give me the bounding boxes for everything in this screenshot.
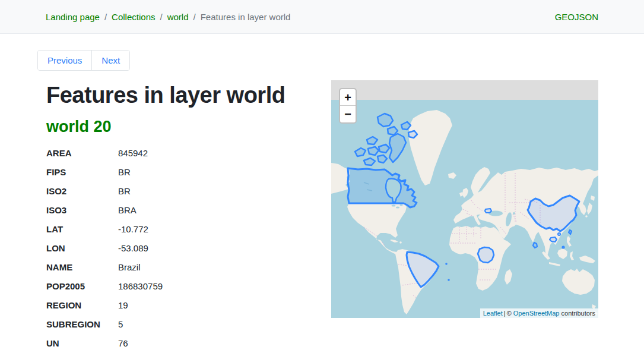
breadcrumb-link-world[interactable]: world: [167, 12, 189, 22]
breadcrumb: Landing page / Collections / world / Fea…: [46, 12, 290, 22]
property-key: UN: [46, 338, 118, 348]
property-value: 186830759: [118, 281, 331, 291]
property-key: ISO3: [46, 205, 118, 215]
property-key: ISO2: [46, 186, 118, 196]
feature-dr-congo: [478, 247, 494, 263]
property-key: NAME: [46, 262, 118, 272]
property-value: BR: [118, 167, 331, 177]
breadcrumb-separator: /: [189, 12, 201, 22]
table-row: NAME Brazil: [46, 258, 331, 277]
feature-id-link[interactable]: world 20: [46, 118, 112, 136]
page-title: Features in layer world: [46, 84, 331, 108]
zoom-out-button[interactable]: −: [340, 106, 356, 122]
previous-button[interactable]: Previous: [38, 51, 91, 70]
feature-properties-table: AREA 845942 FIPS BR ISO2 BR ISO3 BRA LAT: [46, 144, 331, 353]
property-value: BRA: [118, 205, 331, 215]
property-key: SUBREGION: [46, 319, 118, 329]
property-key: REGION: [46, 300, 118, 310]
property-value: -53.089: [118, 243, 331, 253]
feature-bulgaria: [485, 209, 491, 213]
breadcrumb-link-landing-page[interactable]: Landing page: [46, 12, 100, 22]
openstreetmap-link[interactable]: OpenStreetMap: [513, 310, 560, 317]
feature-brunei: [563, 247, 564, 248]
breadcrumb-bar: Landing page / Collections / world / Fea…: [0, 0, 644, 34]
leaflet-link[interactable]: Leaflet: [483, 310, 503, 317]
table-row: SUBREGION 5: [46, 315, 331, 334]
table-row: ISO2 BR: [46, 182, 331, 201]
feature-taiwan: [569, 230, 572, 234]
table-row: LAT -10.772: [46, 220, 331, 239]
property-value: 19: [118, 300, 331, 310]
feature-brazil-island: [446, 263, 447, 264]
map-attribution: Leaflet|© OpenStreetMap contributors: [480, 308, 598, 318]
feature-china-hainan: [558, 233, 560, 235]
table-row: REGION 19: [46, 296, 331, 315]
property-key: POP2005: [46, 281, 118, 291]
next-button[interactable]: Next: [91, 51, 129, 70]
property-key: FIPS: [46, 167, 118, 177]
feature-details: Features in layer world world 20 AREA 84…: [37, 71, 331, 353]
copyright-symbol: ©: [507, 310, 512, 317]
breadcrumb-separator: /: [155, 12, 167, 22]
world-map[interactable]: [331, 80, 598, 318]
breadcrumb-current-page: Features in layer world: [201, 12, 291, 22]
table-row: POP2005 186830759: [46, 277, 331, 296]
table-row: FIPS BR: [46, 163, 331, 182]
table-row: LON -53.089: [46, 239, 331, 258]
property-key: LAT: [46, 224, 118, 234]
contributors-label: contributors: [561, 310, 595, 317]
breadcrumb-link-collections[interactable]: Collections: [112, 12, 155, 22]
property-key: LON: [46, 243, 118, 253]
attribution-divider: |: [503, 310, 507, 317]
pagination: Previous Next: [37, 50, 130, 71]
table-row: ISO3 BRA: [46, 201, 331, 220]
geojson-format-link[interactable]: GEOJSON: [555, 12, 598, 22]
property-value: BR: [118, 186, 331, 196]
table-row: UN 76: [46, 334, 331, 353]
feature-sri-lanka: [533, 242, 537, 248]
zoom-control: + −: [339, 88, 357, 124]
leaflet-map[interactable]: + − Leaflet|© OpenStreetMap contributors: [331, 80, 598, 318]
main-content: Previous Next Features in layer world wo…: [37, 34, 598, 353]
zoom-in-button[interactable]: +: [340, 89, 356, 106]
property-value: Brazil: [118, 262, 331, 272]
property-value: 5: [118, 319, 331, 329]
property-value: 76: [118, 338, 331, 348]
breadcrumb-separator: /: [100, 12, 112, 22]
property-value: -10.772: [118, 224, 331, 234]
property-key: AREA: [46, 148, 118, 158]
feature-cambodia: [550, 237, 557, 242]
feature-brazil-island: [448, 279, 449, 281]
table-row: AREA 845942: [46, 144, 331, 163]
property-value: 845942: [118, 148, 331, 158]
